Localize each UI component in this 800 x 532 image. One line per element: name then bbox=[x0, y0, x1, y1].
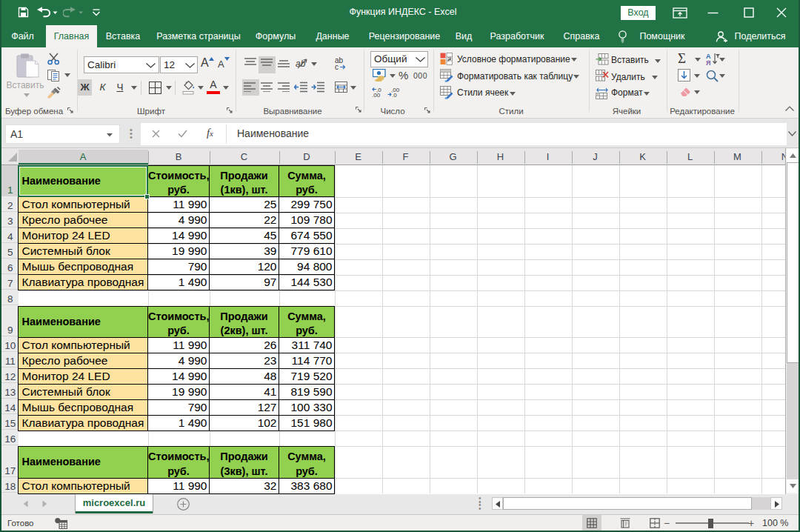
svg-text:,0: ,0 bbox=[392, 92, 397, 97]
svg-text:,00: ,00 bbox=[372, 92, 381, 97]
svg-text:Я: Я bbox=[706, 59, 710, 66]
svg-text:c: c bbox=[335, 63, 339, 70]
